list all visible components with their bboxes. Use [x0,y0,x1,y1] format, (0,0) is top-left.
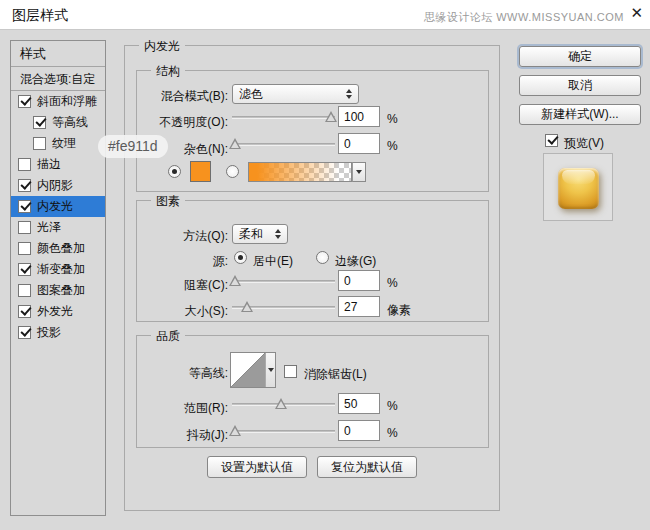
sidebar-item-contour[interactable]: 等高线 [11,112,105,133]
slider-track[interactable] [232,143,335,146]
checkbox-inner-glow[interactable] [18,200,31,213]
noise-unit: % [387,139,398,153]
sidebar-item-pattern-overlay[interactable]: 图案叠加 [11,280,105,301]
antialias-checkbox[interactable] [284,365,297,378]
gradient-radio[interactable] [226,165,239,178]
solid-color-radio[interactable] [168,165,181,178]
sidebar-item-inner-shadow[interactable]: 内阴影 [11,175,105,196]
opacity-input[interactable] [338,106,380,127]
blend-mode-value: 滤色 [239,86,263,103]
size-slider[interactable] [232,300,335,314]
slider-thumb[interactable] [229,275,241,286]
sidebar-item-outer-glow[interactable]: 外发光 [11,301,105,322]
sidebar-item-color-overlay[interactable]: 颜色叠加 [11,238,105,259]
opacity-unit: % [387,112,398,126]
glow-color-swatch[interactable] [190,161,211,182]
new-style-button[interactable]: 新建样式(W)... [519,104,641,125]
contour-thumbnail [231,353,265,387]
layer-style-dialog: 图层样式 思缘设计论坛 WWW.MISSYUAN.COM ✕ 样式 混合选项:自… [0,0,650,530]
technique-label: 方法(Q): [138,228,228,245]
cancel-button[interactable]: 取消 [519,75,641,96]
range-input[interactable] [338,393,380,414]
chevron-updown-icon [346,89,352,99]
range-slider[interactable] [232,397,335,411]
checkbox-contour[interactable] [33,116,46,129]
range-label: 范围(R): [138,400,228,417]
checkbox-color-overlay[interactable] [18,242,31,255]
color-hex-annotation: #fe911d [98,135,168,158]
slider-thumb[interactable] [275,398,287,409]
sidebar-item-inner-glow[interactable]: 内发光 [11,196,105,217]
jitter-input[interactable] [338,420,380,441]
antialias-label: 消除锯齿(L) [304,366,367,383]
checkbox-pattern-overlay[interactable] [18,284,31,297]
slider-track[interactable] [232,430,335,433]
sidebar-item-texture[interactable]: 纹理 [11,133,105,154]
contour-dropdown-arrow-icon[interactable] [265,353,275,387]
elements-legend: 图素 [151,193,185,210]
close-icon[interactable]: ✕ [630,4,643,22]
styles-header: 样式 [11,41,105,67]
opacity-label: 不透明度(O): [138,114,228,131]
checkbox-outer-glow[interactable] [18,305,31,318]
sidebar-item-label: 投影 [37,324,61,341]
set-default-button[interactable]: 设置为默认值 [207,456,307,478]
dialog-title: 图层样式 [12,7,68,25]
checkbox-texture[interactable] [33,137,46,150]
checkbox-bevel-emboss[interactable] [18,95,31,108]
style-list-panel: 样式 混合选项:自定 斜面和浮雕 等高线 纹理 描边 内阴影 内发光 光泽 [10,40,106,516]
opacity-slider[interactable] [232,110,335,124]
source-label: 源: [138,253,228,270]
sidebar-item-label: 外发光 [37,303,73,320]
choke-unit: % [387,276,398,290]
slider-thumb[interactable] [229,138,241,149]
checkbox-stroke[interactable] [18,158,31,171]
gradient-dropdown-arrow-icon[interactable] [352,162,366,182]
size-label: 大小(S): [138,303,228,320]
checkbox-gradient-overlay[interactable] [18,263,31,276]
sidebar-item-stroke[interactable]: 描边 [11,154,105,175]
sidebar-item-drop-shadow[interactable]: 投影 [11,322,105,343]
sidebar-item-label: 斜面和浮雕 [37,93,97,110]
preview-checkbox[interactable] [545,134,558,147]
noise-input[interactable] [338,133,380,154]
slider-thumb[interactable] [229,425,241,436]
title-bar: 图层样式 思缘设计论坛 WWW.MISSYUAN.COM ✕ [0,0,650,30]
sidebar-item-label: 等高线 [52,114,88,131]
checkbox-satin[interactable] [18,221,31,234]
sidebar-item-blending-options[interactable]: 混合选项:自定 [11,67,105,91]
slider-track[interactable] [232,116,335,119]
source-center-label: 居中(E) [253,253,293,270]
slider-thumb[interactable] [241,301,253,312]
blend-mode-select[interactable]: 滤色 [232,84,359,104]
sidebar-item-label: 颜色叠加 [37,240,85,257]
chevron-updown-icon [275,229,281,239]
technique-value: 柔和 [239,226,263,243]
choke-label: 阻塞(C): [138,277,228,294]
reset-default-button[interactable]: 复位为默认值 [317,456,417,478]
gradient-preview-bar[interactable] [248,162,352,182]
source-center-radio[interactable] [234,251,247,264]
style-preview-thumbnail [558,168,599,209]
size-input[interactable] [338,296,380,317]
sidebar-item-bevel-emboss[interactable]: 斜面和浮雕 [11,91,105,112]
noise-slider[interactable] [232,137,335,151]
checkbox-inner-shadow[interactable] [18,179,31,192]
slider-thumb[interactable] [325,111,337,122]
size-unit: 像素 [387,302,411,319]
sidebar-item-gradient-overlay[interactable]: 渐变叠加 [11,259,105,280]
choke-slider[interactable] [232,274,335,288]
choke-input[interactable] [338,270,380,291]
slider-track[interactable] [232,280,335,283]
technique-select[interactable]: 柔和 [232,224,288,244]
watermark-text: 思缘设计论坛 WWW.MISSYUAN.COM [424,10,624,25]
jitter-slider[interactable] [232,424,335,438]
checkbox-drop-shadow[interactable] [18,326,31,339]
range-unit: % [387,399,398,413]
ok-button[interactable]: 确定 [519,46,641,67]
blend-mode-label: 混合模式(B): [138,88,228,105]
source-edge-radio[interactable] [316,251,329,264]
sidebar-item-label: 内发光 [37,198,73,215]
contour-picker[interactable] [230,352,276,388]
sidebar-item-satin[interactable]: 光泽 [11,217,105,238]
